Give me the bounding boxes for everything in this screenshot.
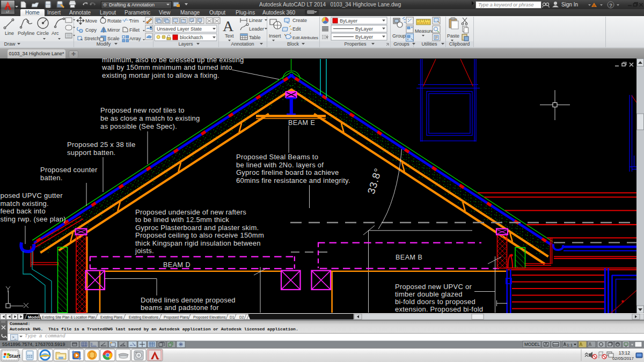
svg-text:posed UPVC gutter: posed UPVC gutter: [1, 191, 63, 200]
svg-text:Proposed ceiling to also recei: Proposed ceiling to also receive 150mm: [135, 231, 264, 239]
svg-text:Trim: Trim: [129, 18, 139, 24]
svg-text:wall by 150mm minimum and turn: wall by 150mm minimum and turned into: [101, 63, 232, 71]
svg-text:be as close a match to existin: be as close a match to existing: [100, 114, 200, 122]
svg-text:Proposed new roof tiles to: Proposed new roof tiles to: [100, 106, 185, 114]
svg-text:be lined with 2No. layers of: be lined with 2No. layers of: [236, 161, 324, 169]
svg-text:BEAM D: BEAM D: [163, 261, 191, 269]
svg-text:ByLayer: ByLayer: [355, 26, 373, 32]
svg-text:Clipboard: Clipboard: [449, 41, 470, 47]
svg-text:Proposed new UPVC or: Proposed new UPVC or: [395, 283, 472, 291]
svg-text:Start: Start: [9, 353, 20, 359]
svg-text:Array: Array: [129, 36, 141, 41]
svg-text:blockhatch: blockhatch: [180, 35, 203, 40]
svg-text:Draw: Draw: [4, 41, 16, 47]
svg-text:Text: Text: [225, 33, 234, 39]
svg-text:thick Kingspan rigid insulatio: thick Kingspan rigid insulation between: [135, 239, 261, 247]
svg-text:Proposed counter: Proposed counter: [40, 166, 98, 174]
svg-text:beams and padstone for: beams and padstone for: [141, 304, 219, 312]
svg-text:to be lined with 12.5mm thick: to be lined with 12.5mm thick: [135, 216, 229, 224]
svg-text:Model: Model: [28, 315, 40, 320]
svg-text:D2: D2: [239, 315, 244, 319]
svg-text:extension. Proposed bi-fold: extension. Proposed bi-fold: [395, 305, 483, 313]
svg-text:Proposed Steal Beams to: Proposed Steal Beams to: [236, 153, 318, 161]
svg-text:Move: Move: [85, 18, 97, 24]
svg-text:Modify: Modify: [97, 41, 111, 47]
svg-text:Arc: Arc: [52, 31, 59, 36]
svg-text:D1: D1: [230, 315, 235, 319]
svg-text:Proposed 25 x 38 tile: Proposed 25 x 38 tile: [67, 141, 135, 149]
svg-text:Properties: Properties: [344, 41, 367, 47]
svg-text:Measure: Measure: [415, 28, 434, 34]
svg-text:ByLayer: ByLayer: [340, 18, 357, 24]
svg-text:sting rwp. (see plan): sting rwp. (see plan): [1, 215, 66, 223]
svg-text:Block: Block: [287, 41, 299, 47]
svg-text:Table: Table: [249, 35, 261, 40]
svg-text:Line: Line: [5, 31, 14, 36]
svg-text:Layers: Layers: [178, 41, 193, 47]
svg-text:Proposed Plans: Proposed Plans: [164, 315, 189, 320]
svg-text:5541896.7574, 1763703.5919: 5541896.7574, 1763703.5919: [2, 342, 65, 347]
svg-text:Groups: Groups: [393, 41, 409, 47]
svg-text:BEAM E: BEAM E: [288, 119, 315, 127]
svg-text:Rotate: Rotate: [107, 18, 122, 24]
svg-text:BEAM B: BEAM B: [396, 254, 422, 261]
svg-text:support batten.: support batten.: [67, 149, 115, 157]
svg-text:Leader: Leader: [249, 26, 264, 32]
svg-text:Circle: Circle: [36, 31, 49, 36]
svg-text:Copy: Copy: [85, 27, 97, 33]
svg-text:Sign In: Sign In: [561, 2, 578, 8]
svg-text:existing mortar joint to allow: existing mortar joint to allow a fixing.: [102, 71, 219, 79]
svg-text:feed back into: feed back into: [1, 207, 46, 215]
svg-text:Edit Attributes: Edit Attributes: [292, 35, 318, 40]
svg-text:33.8°: 33.8°: [365, 167, 384, 196]
svg-text:Gyproc fireline board to achie: Gyproc fireline board to achieve: [236, 168, 339, 176]
svg-text:batten.: batten.: [40, 174, 63, 182]
svg-text:Edit: Edit: [292, 26, 301, 32]
svg-text:Insert: Insert: [269, 33, 281, 39]
svg-text:LT: LT: [157, 358, 160, 360]
svg-text:A: A: [223, 18, 234, 34]
svg-text:Fillet: Fillet: [129, 27, 140, 33]
svg-text:Existing Plans: Existing Plans: [100, 315, 123, 320]
svg-text:13:12: 13:12: [619, 350, 631, 356]
svg-text:bi-fold doors to proposed: bi-fold doors to proposed: [395, 298, 475, 306]
svg-text:joists.: joists.: [135, 247, 154, 255]
svg-text:Existing Site Plan & Location: Existing Site Plan & Location Plan: [42, 315, 96, 320]
svg-text:Stretch: Stretch: [84, 36, 100, 41]
svg-text:Linear: Linear: [249, 18, 262, 23]
svg-text:Annotation: Annotation: [231, 41, 254, 47]
svg-text:LT: LT: [6, 10, 9, 13]
svg-text:Group: Group: [392, 33, 406, 39]
svg-text:ByLayer: ByLayer: [355, 34, 373, 40]
svg-text:Dotted lines denote proposed: Dotted lines denote proposed: [141, 296, 236, 304]
svg-text:Proposed underside of new raft: Proposed underside of new rafters: [135, 208, 246, 216]
svg-text:Mirror: Mirror: [107, 27, 120, 33]
svg-text:Proposed Elevations: Proposed Elevations: [193, 315, 226, 320]
svg-text:Create: Create: [292, 18, 307, 23]
svg-text:60mins fire resistance and int: 60mins fire resistance and integrity.: [236, 176, 350, 184]
svg-text:Gyproc Plasterboard and plaste: Gyproc Plasterboard and plaster skim.: [135, 224, 259, 232]
svg-text:Paste: Paste: [447, 33, 459, 39]
svg-text:timber double glazed: timber double glazed: [395, 290, 463, 298]
svg-text:1:1: 1:1: [567, 343, 573, 348]
svg-text:as possible (See Spec).: as possible (See Spec).: [100, 122, 177, 130]
svg-text:Polyline: Polyline: [18, 31, 35, 36]
svg-text:Unsaved Layer State: Unsaved Layer State: [157, 26, 202, 32]
svg-text:match existing.: match existing.: [1, 200, 49, 208]
svg-text:MODEL: MODEL: [524, 342, 540, 347]
svg-text:?: ?: [609, 3, 612, 8]
svg-text:Scale: Scale: [107, 36, 120, 41]
svg-text:Utilities: Utilities: [421, 41, 437, 47]
svg-text:02/05/2017: 02/05/2017: [612, 356, 634, 361]
svg-text:Existing Elevations: Existing Elevations: [129, 315, 159, 320]
